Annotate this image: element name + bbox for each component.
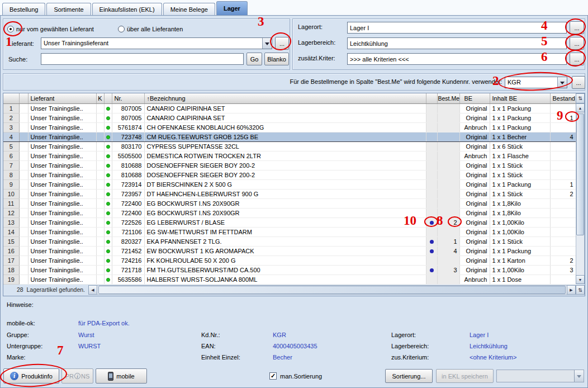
footer-combobox-disabled[interactable]	[496, 370, 584, 382]
col-header-be[interactable]: BE	[459, 93, 490, 103]
ekl-speichern-button[interactable]: in EKL speichern	[436, 369, 494, 383]
annotation-number-7: 7	[57, 344, 64, 357]
horizontal-scrollbar[interactable]: ◀ ▶	[88, 285, 576, 295]
cell-icon	[19, 265, 28, 275]
table-row[interactable]: 18 Unser Trainingslie.. 721718 FM TH.GUT…	[3, 265, 576, 275]
col-header-bezeichnung[interactable]: ↑Bezeichnung	[144, 93, 426, 103]
col-header-bestme[interactable]: Best.Me	[437, 93, 459, 103]
stock-green-dot-icon	[106, 259, 110, 263]
cell-rownum: 2	[3, 113, 19, 122]
vertical-scrollbar-thumb[interactable]	[576, 113, 584, 235]
scroll-right-button[interactable]: ▶	[567, 285, 576, 295]
table-row[interactable]: 5 Unser Trainingslie.. 803170 CYPRESS SU…	[3, 141, 576, 151]
customer-number-more-button[interactable]: ...	[572, 76, 585, 89]
detail-label: Lagerort:	[391, 332, 416, 338]
cell-be: Original	[459, 265, 490, 275]
scroll-left-button[interactable]: ◀	[88, 285, 97, 295]
scrollbar-corner-button[interactable]: ⇅	[576, 285, 585, 295]
cell-lieferant: Unser Trainingslie..	[28, 255, 96, 265]
tab-bestellung[interactable]: Bestellung	[2, 3, 45, 15]
table-row[interactable]: 12 Unser Trainingslie.. 722400 EG BOCKWU…	[3, 208, 576, 217]
cell-k	[96, 113, 104, 122]
col-header-nr[interactable]: Nr.	[112, 93, 144, 103]
lieferant-combobox[interactable]: Unser Trainingslieferant	[41, 37, 272, 49]
cell-inhalt-be: 1 x 1 Packung	[490, 122, 550, 132]
suche-input[interactable]	[41, 53, 244, 65]
column-control-button[interactable]: ⇅	[576, 93, 585, 103]
table-row[interactable]: 2 Unser Trainingslie.. 807005 CANARIO CA…	[3, 113, 576, 122]
lagerort-field[interactable]	[347, 22, 567, 34]
col-header-bestand[interactable]: Bestand	[550, 93, 576, 103]
col-header-k[interactable]: K	[96, 93, 104, 103]
cell-bestme	[437, 122, 459, 132]
cell-bestme	[437, 170, 459, 179]
col-header-label: K	[98, 95, 102, 102]
mobile-button[interactable]: mobile	[96, 368, 147, 384]
stock-green-dot-icon	[106, 145, 110, 149]
table-row[interactable]: 14 Unser Trainingslie.. 721106 EG SW-MET…	[3, 227, 576, 236]
cell-bestand	[550, 122, 576, 132]
cell-k	[96, 255, 104, 265]
lagerbereich-field[interactable]	[347, 37, 567, 49]
col-header-label: Bezeichnung	[150, 95, 186, 102]
sortierung-label: Sortierung...	[392, 373, 426, 380]
blanko-button[interactable]: Blanko	[264, 53, 289, 65]
detail-value: Lager I	[470, 332, 489, 338]
cell-bezeichnung: EG BOCKWURST I.NS 20X90GR	[144, 208, 426, 217]
table-row[interactable]: 16 Unser Trainingslie.. 721452 EW BOCKWU…	[3, 246, 576, 255]
scroll-down-button[interactable]: ▼	[576, 275, 585, 284]
cell-bestand	[550, 236, 576, 246]
cell-icon	[19, 113, 28, 122]
table-row[interactable]: 17 Unser Trainingslie.. 724216 FK KOHLRO…	[3, 255, 576, 265]
cell-bestme	[437, 179, 459, 189]
table-row[interactable]: 11 Unser Trainingslie.. 722400 EG BOCKWU…	[3, 198, 576, 208]
table-row[interactable]: 8 Unser Trainingslie.. 810688 DOSENOEFFN…	[3, 170, 576, 179]
vertical-scrollbar[interactable]: ▲ ▼	[576, 103, 585, 284]
sortierung-button[interactable]: Sortierung...	[385, 369, 433, 383]
tab-sortimente[interactable]: Sortimente	[46, 3, 91, 15]
table-row[interactable]: 19 Unser Trainingslie.. 5635586 HALBERST…	[3, 275, 576, 284]
col-header-lieferant[interactable]: Lieferant	[28, 93, 96, 103]
scroll-up-button[interactable]: ▲	[576, 103, 585, 112]
cell-be: Anbruch	[459, 151, 490, 160]
cell-bestme	[437, 160, 459, 170]
detail-value: 4000405003435	[273, 343, 317, 349]
cell-bezeichnung: CH OFENKAESE KNOBLAUCH 60%320G	[144, 122, 426, 132]
cell-k	[96, 198, 104, 208]
table-row[interactable]: 7 Unser Trainingslie.. 810688 DOSENOEFFN…	[3, 160, 576, 170]
cell-order-dot	[426, 170, 437, 179]
tab-einkaufslisten[interactable]: Einkaufslisten (EKL)	[92, 3, 162, 15]
table-row[interactable]: 4 Unser Trainingslie.. 723748 CM RUEG.TE…	[3, 132, 576, 141]
horizontal-scrollbar-thumb[interactable]	[98, 286, 566, 294]
lagerort-label: Lagerort:	[298, 23, 323, 30]
man-sortierung-label: man.Sortierung	[280, 373, 322, 380]
col-header-label: Bestand	[553, 95, 575, 102]
kriterien-field[interactable]	[347, 53, 567, 65]
table-row[interactable]: 1 Unser Trainingslie.. 807005 CANARIO CA…	[3, 103, 576, 113]
col-header-inhalt-be[interactable]: Inhalt BE	[490, 93, 550, 103]
radio-ueber-alle-lieferanten[interactable]	[118, 26, 125, 32]
cell-nr: 820327	[112, 236, 144, 246]
col-header-orderdot	[426, 93, 437, 103]
cell-bestand	[550, 246, 576, 255]
cell-bestand	[550, 170, 576, 179]
status-text: 28 Lagerartikel gefunden.	[17, 286, 85, 293]
cell-rownum: 11	[3, 198, 19, 208]
go-button[interactable]: Go	[246, 53, 262, 65]
cell-bestand	[550, 217, 576, 227]
stock-green-dot-icon	[106, 278, 110, 282]
table-row[interactable]: 10 Unser Trainingslie.. 723957 DT HAEHNC…	[3, 189, 576, 198]
table-row[interactable]: 13 Unser Trainingslie.. 722526 EG LEBERW…	[3, 217, 576, 227]
table-row[interactable]: 15 Unser Trainingslie.. 820327 EKA PFANN…	[3, 236, 576, 246]
table-row[interactable]: 6 Unser Trainingslie.. 5505500 DEMESTICA…	[3, 151, 576, 160]
tab-meine-belege[interactable]: Meine Belege	[163, 3, 215, 15]
tab-lager[interactable]: Lager	[216, 1, 248, 15]
table-row[interactable]: 3 Unser Trainingslie.. 5761874 CH OFENKA…	[3, 122, 576, 132]
cell-be: Original	[459, 208, 490, 217]
man-sortierung-checkbox[interactable]: ✓	[269, 372, 277, 380]
table-row[interactable]: 9 Unser Trainingslie.. 723914 DT BIERSCH…	[3, 179, 576, 189]
cell-bezeichnung: EG SW-METTWURST IM FETTDARM	[144, 227, 426, 236]
stock-green-dot-icon	[106, 230, 110, 234]
detail-value: Leichtkühlung	[470, 343, 508, 349]
cell-be: Original	[459, 189, 490, 198]
